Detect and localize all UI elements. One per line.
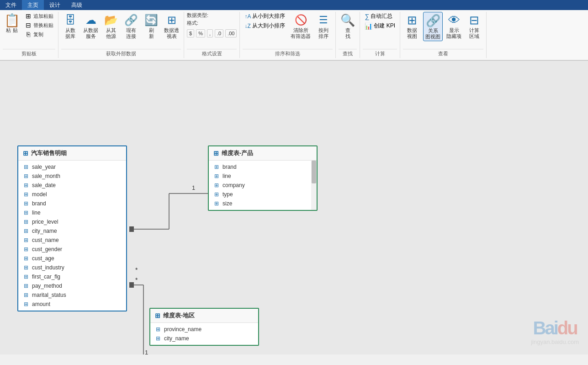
field-icon-p-company: ⊞ — [214, 182, 219, 188]
external-data-content: 🗄 从数据库 ☁ 从数据服务 📂 从其他源 🔗 现有连接 🔄 刷新 — [61, 12, 181, 49]
field-city-name[interactable]: ⊞ city_name — [18, 226, 126, 236]
watermark-logo: Baidu — [533, 318, 577, 338]
create-kpi-label: 创建 KPI — [374, 22, 395, 30]
field-r-province[interactable]: ⊞ province_name — [150, 325, 258, 334]
sort-asc-button[interactable]: ↑A 从小到大排序 — [243, 12, 287, 21]
group-external-data: 🗄 从数据库 ☁ 从数据服务 📂 从其他源 🔗 现有连接 🔄 刷新 — [58, 12, 184, 58]
field-cust-industry[interactable]: ⊞ cust_industry — [18, 263, 126, 272]
data-view-main-label: 数据视图 — [407, 27, 417, 39]
from-other-button[interactable]: 📂 从其他源 — [102, 12, 120, 40]
ribbon-content: 📋 粘 贴 ⊞ 追加粘贴 ⊟ 替换粘贴 ⎘ 复制 — [0, 10, 588, 60]
tab-advanced[interactable]: 高级 — [66, 0, 88, 10]
show-hidden-label: 显示隐藏项 — [446, 27, 461, 39]
tab-home[interactable]: 主页 — [22, 0, 44, 10]
watermark-text: jingyan.baidu.com — [531, 338, 579, 345]
clear-filter-icon: 🚫 — [293, 13, 308, 27]
replace-paste-button[interactable]: ⊟ 替换粘贴 — [23, 21, 55, 29]
existing-conn-button[interactable]: 🔗 现有连接 — [122, 12, 140, 40]
from-other-icon: 📂 — [104, 13, 118, 27]
sales-table: ⊞ 汽车销售明细 ⊞ sale_year ⊞ sale_month ⊞ sale… — [17, 145, 127, 311]
show-hidden-button[interactable]: 👁 显示隐藏项 — [445, 12, 463, 40]
field-icon-city-name: ⊞ — [24, 228, 28, 234]
field-icon-sale-month: ⊞ — [24, 173, 28, 179]
dec-inc-btn[interactable]: .0 — [215, 29, 223, 38]
percent-btn[interactable]: % — [196, 29, 205, 38]
data-view-btn[interactable]: ⊞ 数据透视表 — [162, 12, 181, 40]
field-label-sale-year: sale_year — [32, 164, 56, 170]
comma-btn[interactable]: , — [207, 29, 213, 38]
field-marital-status[interactable]: ⊞ marital_status — [18, 290, 126, 300]
field-p-brand[interactable]: ⊞ brand — [209, 162, 317, 172]
dec-dec-btn[interactable]: .00 — [225, 29, 237, 38]
calc-area-icon: ⊟ — [467, 13, 482, 27]
format-label: 格式: — [187, 20, 198, 27]
add-paste-label: 追加粘贴 — [33, 13, 53, 20]
currency-btn[interactable]: $ — [187, 29, 194, 38]
relation-view-button[interactable]: 🔗 关系图视图 — [423, 12, 443, 41]
field-pay-method[interactable]: ⊞ pay_method — [18, 281, 126, 290]
field-cust-age[interactable]: ⊞ cust_age — [18, 254, 126, 263]
find-button[interactable]: 🔍 查找 — [339, 12, 357, 40]
sales-table-header: ⊞ 汽车销售明细 — [18, 146, 126, 161]
clipboard-content: 📋 粘 贴 ⊞ 追加粘贴 ⊟ 替换粘贴 ⎘ 复制 — [3, 12, 55, 49]
relation-label-2: 1 — [145, 349, 148, 354]
field-first-car-flg[interactable]: ⊞ first_car_flg — [18, 272, 126, 281]
calc-col: ∑ 自动汇总 📊 创建 KPI — [363, 12, 397, 30]
sort-asc-icon: ↑A — [244, 13, 251, 20]
field-label-city-name: city_name — [32, 228, 57, 234]
field-cust-gender[interactable]: ⊞ cust_gender — [18, 245, 126, 254]
field-icon-p-type: ⊞ — [214, 191, 219, 198]
copy-button[interactable]: ⎘ 复制 — [23, 30, 55, 38]
field-p-size[interactable]: ⊞ size — [209, 199, 317, 208]
field-sale-year[interactable]: ⊞ sale_year — [18, 162, 126, 172]
create-kpi-button[interactable]: 📊 创建 KPI — [363, 21, 397, 30]
from-db-button[interactable]: 🗄 从数据库 — [61, 12, 79, 40]
sort-col: ↑A 从小到大排序 ↓Z 从大到小排序 — [243, 12, 287, 30]
from-service-button[interactable]: ☁ 从数据服务 — [81, 12, 100, 40]
relation-label-star-2: * — [135, 276, 138, 284]
field-label-line: line — [32, 209, 41, 216]
data-view-main-button[interactable]: ⊞ 数据视图 — [403, 12, 421, 40]
filter-col: 🚫 清除所有筛选器 — [289, 12, 313, 40]
auto-sum-button[interactable]: ∑ 自动汇总 — [363, 12, 397, 21]
field-cust-name[interactable]: ⊞ cust_name — [18, 236, 126, 245]
field-line[interactable]: ⊞ line — [18, 208, 126, 217]
field-label-r-province: province_name — [164, 326, 201, 333]
field-icon-p-brand: ⊞ — [214, 164, 219, 170]
field-price-level[interactable]: ⊞ price_level — [18, 217, 126, 226]
paste-button[interactable]: 📋 粘 贴 — [3, 12, 21, 34]
field-model[interactable]: ⊞ model — [18, 190, 126, 199]
refresh-button[interactable]: 🔄 刷新 — [142, 12, 160, 40]
region-table-body: ⊞ province_name ⊞ city_name — [150, 323, 258, 345]
product-table-name: 维度表-产品 — [222, 149, 253, 157]
by-order-button[interactable]: ☰ 按列排序 — [314, 12, 333, 40]
external-data-group-label: 获取外部数据 — [61, 49, 181, 58]
field-p-company[interactable]: ⊞ company — [209, 181, 317, 190]
calc-area-button[interactable]: ⊟ 计算区域 — [465, 12, 483, 40]
format-label-row: 格式: — [187, 20, 237, 27]
find-label: 查找 — [345, 27, 350, 39]
product-scroll-thumb[interactable] — [312, 161, 316, 183]
field-p-type[interactable]: ⊞ type — [209, 190, 317, 199]
product-scrollbar[interactable] — [311, 161, 317, 210]
sort-desc-button[interactable]: ↓Z 从大到小排序 — [243, 21, 287, 30]
existing-conn-icon: 🔗 — [124, 13, 138, 27]
clear-filter-button[interactable]: 🚫 清除所有筛选器 — [289, 12, 313, 40]
add-paste-button[interactable]: ⊞ 追加粘贴 — [23, 12, 55, 20]
tab-file[interactable]: 文件 — [0, 0, 22, 10]
currency-label: $ — [189, 31, 192, 36]
field-amount[interactable]: ⊞ amount — [18, 300, 126, 309]
sales-table-body: ⊞ sale_year ⊞ sale_month ⊞ sale_date ⊞ m… — [18, 161, 126, 311]
field-r-city[interactable]: ⊞ city_name — [150, 334, 258, 343]
auto-sum-label: 自动汇总 — [371, 12, 392, 20]
from-service-label: 从数据服务 — [83, 27, 98, 39]
main-canvas: 1 * * 1 ⊞ 汽车销售明细 ⊞ sale_year ⊞ sale_mont… — [0, 61, 588, 354]
field-sale-date[interactable]: ⊞ sale_date — [18, 181, 126, 190]
field-label-sale-month: sale_month — [32, 173, 60, 179]
field-sale-month[interactable]: ⊞ sale_month — [18, 172, 126, 181]
group-calc: ∑ 自动汇总 📊 创建 KPI 计算 — [360, 12, 400, 58]
field-icon-p-line: ⊞ — [214, 173, 219, 179]
tab-design[interactable]: 设计 — [44, 0, 66, 10]
field-p-line[interactable]: ⊞ line — [209, 172, 317, 181]
field-brand[interactable]: ⊞ brand — [18, 199, 126, 208]
